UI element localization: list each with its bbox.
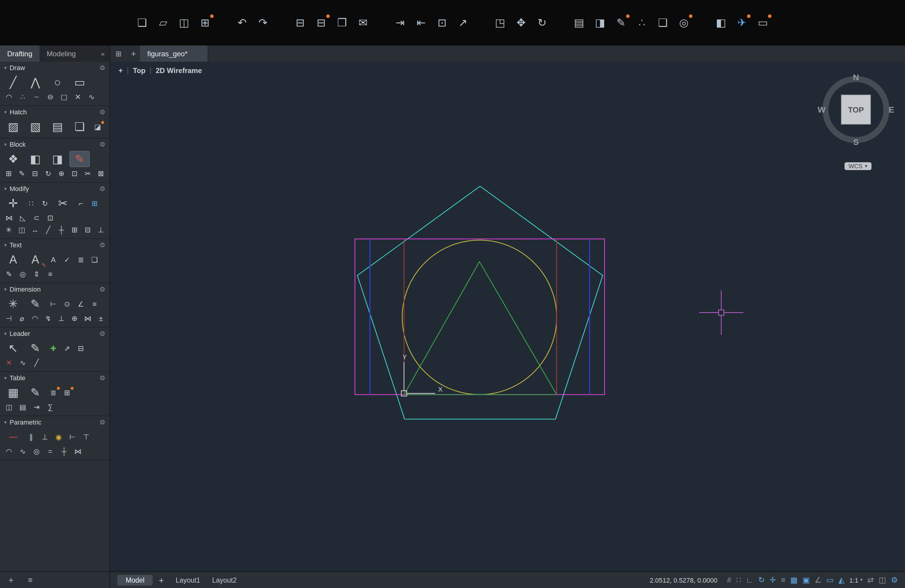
tool-pdf-import[interactable]: ❏ [89, 254, 100, 265]
toolbar-page-setup-button[interactable]: ❐ [333, 14, 351, 32]
toolbar-workspace-button[interactable]: ◎ [675, 14, 693, 32]
toolbar-quick-plot-button[interactable]: ⊟ [312, 14, 330, 32]
toolbar-orbit-button[interactable]: ↻ [533, 14, 551, 32]
tool-explode[interactable]: ✳ [3, 224, 14, 235]
panel-settings-icon[interactable]: ⚙ [99, 64, 105, 72]
tool-hatch-boundary[interactable]: ❏ [70, 119, 90, 135]
annotation-scale-control[interactable]: 1:1 ▾ [849, 576, 863, 583]
tool-arc-length[interactable]: ◠ [29, 313, 41, 324]
panel-collapse-icon[interactable]: ▾ [4, 141, 6, 147]
tool-spell-check[interactable]: ✓ [61, 254, 73, 265]
tab-model[interactable]: Model [117, 575, 153, 585]
status-object-snap-tracking[interactable]: ≡ [781, 576, 785, 584]
tool-bind-xref[interactable]: ⊡ [69, 168, 80, 179]
tool-radius-dimension[interactable]: ⊙ [61, 299, 73, 309]
viewcube[interactable]: N E S W TOP [820, 74, 892, 146]
tool-table-style[interactable]: ▤ [17, 402, 29, 413]
tab-layout2[interactable]: Layout2 [206, 575, 243, 585]
tool-collect-leaders[interactable]: ⊟ [75, 343, 87, 354]
toolbar-layer-properties-button[interactable]: ▤ [570, 14, 588, 32]
tool-formula[interactable]: ∑ [44, 402, 56, 413]
tool-hatch-pattern[interactable]: ▧ [25, 119, 46, 135]
panel-collapse-icon[interactable]: ▾ [4, 65, 6, 70]
panel-collapse-icon[interactable]: ▾ [4, 186, 6, 191]
tool-edit-spline[interactable]: ⊟ [82, 224, 94, 235]
tool-diameter-dimension[interactable]: ⌀ [16, 313, 27, 324]
tool-array[interactable]: ∷ [25, 198, 37, 209]
tool-ordinate-dimension[interactable]: ⊥ [56, 313, 67, 324]
panel-settings-icon[interactable]: ⚙ [99, 330, 105, 337]
panel-settings-icon[interactable]: ⚙ [99, 418, 105, 426]
tool-hatch[interactable]: ▨ [3, 119, 23, 135]
status-annotation-visibility[interactable]: ◭ [838, 576, 845, 584]
tool-export-table[interactable]: ⇥ [30, 402, 43, 413]
document-tab[interactable]: figuras_geo* [140, 46, 209, 62]
tool-edit-table[interactable]: ✎ [25, 385, 46, 400]
tool-ellipse[interactable]: ⊖ [44, 92, 56, 102]
status-transparency[interactable]: ▣ [802, 576, 810, 584]
tool-equal-constraint[interactable]: = [44, 446, 56, 457]
toolbar-tool-sets-button[interactable]: ◧ [712, 14, 730, 32]
tool-write-block[interactable]: ◨ [47, 151, 68, 167]
status-grid-display[interactable]: # [727, 576, 731, 584]
tool-continue-dimension[interactable]: ⊣ [3, 313, 14, 324]
tool-insert-block[interactable]: ❖ [3, 151, 23, 167]
tool-linear-dimension[interactable]: ⊢ [47, 299, 59, 309]
tool-smooth-constraint[interactable]: ∿ [17, 446, 29, 457]
tool-set-base-point[interactable]: ⊕ [56, 168, 67, 179]
tool-spline-leader[interactable]: ∿ [17, 358, 29, 368]
tool-text-style[interactable]: A [47, 254, 59, 265]
tool-jogged-dimension[interactable]: ↯ [43, 313, 54, 324]
toolbar-layer-states-button[interactable]: ◨ [591, 14, 609, 32]
panel-collapse-icon[interactable]: ▾ [4, 331, 6, 336]
status-clean-screen[interactable]: ◫ [879, 576, 886, 584]
status-workspace-switching[interactable]: ⇄ [867, 576, 874, 584]
panel-settings-icon[interactable]: ⚙ [99, 285, 105, 293]
tool-justify-text[interactable]: ≡ [44, 269, 56, 280]
status-lineweight-display[interactable]: ▦ [791, 576, 798, 584]
toolbar-export-drawing-button[interactable]: ⇤ [412, 14, 430, 32]
toolbar-insert-block-button[interactable]: ⇥ [391, 14, 409, 32]
tool-construction-line[interactable]: ┄ [30, 92, 43, 102]
tool-3d-align[interactable]: ⊡ [44, 213, 56, 223]
tool-dimension[interactable]: ✳ [3, 296, 23, 312]
toolbar-zoom-window-button[interactable]: ◳ [491, 14, 509, 32]
panel-collapse-icon[interactable]: ▾ [4, 375, 6, 380]
tool-polyline[interactable]: ⋀ [25, 74, 46, 91]
panel-collapse-icon[interactable]: ▾ [4, 286, 6, 292]
tool-sync-attributes[interactable]: ↻ [43, 168, 54, 179]
toolbar-plot-button[interactable]: ⊟ [291, 14, 309, 32]
tool-polygon[interactable]: ▢ [58, 92, 70, 102]
visual-style-control[interactable]: 2D Wireframe [156, 67, 202, 75]
panel-collapse-icon[interactable]: ▾ [4, 242, 6, 248]
tool-edit-attribute[interactable]: ✎ [16, 168, 27, 179]
tool-stretch[interactable]: ↔ [29, 224, 41, 235]
viewport-menu-button[interactable]: + [119, 67, 123, 75]
viewcube-south[interactable]: S [853, 137, 859, 147]
toolbar-data-link-button[interactable]: ↗ [454, 14, 472, 32]
toolbar-color-sets-button[interactable]: ∴ [633, 14, 651, 32]
tool-dimension-style[interactable]: ✎ [25, 296, 46, 312]
tool-gradient[interactable]: ▤ [47, 119, 68, 135]
tool-angular-dimension[interactable]: ∠ [75, 299, 87, 309]
panel-settings-icon[interactable]: ⚙ [99, 108, 105, 116]
shape-pentagon[interactable] [357, 186, 603, 419]
tool-manage-attributes[interactable]: ⊟ [29, 168, 41, 179]
tool-mirror[interactable]: ⋈ [3, 213, 15, 223]
tool-straight-leader[interactable]: ╱ [30, 358, 43, 368]
toolbar-annotation-tools-button[interactable]: ✎ [612, 14, 630, 32]
viewcube-north[interactable]: N [853, 72, 859, 82]
tool-insert-rows[interactable]: ≣ [47, 387, 59, 398]
tool-purge[interactable]: ⊠ [95, 168, 106, 179]
tool-circle[interactable]: ○ [47, 74, 68, 91]
toolbar-redo-button[interactable]: ↷ [254, 14, 272, 32]
tool-scale-text[interactable]: ⇕ [30, 269, 43, 280]
status-snap-mode[interactable]: ∷ [736, 576, 741, 584]
status-object-snap[interactable]: ✛ [770, 576, 776, 584]
viewcube-west[interactable]: W [818, 105, 826, 114]
tool-offset[interactable]: ⊂ [30, 213, 43, 223]
status-dynamic-input[interactable]: ∠ [814, 576, 821, 584]
tool-point[interactable]: ∴ [17, 92, 29, 102]
tool-single-line-text[interactable]: A✎ [25, 251, 46, 268]
tool-concentric-constraint[interactable]: ◎ [30, 446, 43, 457]
